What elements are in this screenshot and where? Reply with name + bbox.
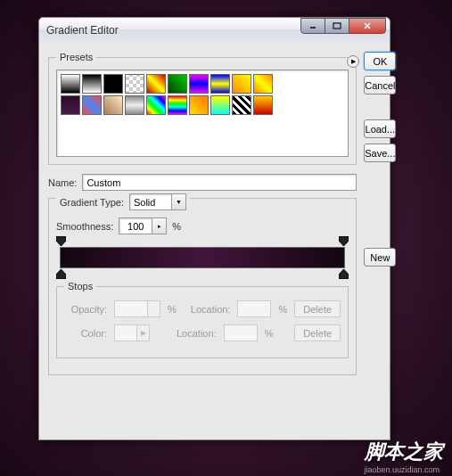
presets-fieldset: Presets ▶ — [48, 52, 357, 165]
preset-swatch[interactable] — [82, 95, 102, 115]
color-stop-left[interactable] — [56, 269, 66, 279]
gradient-bar-editor[interactable] — [56, 247, 349, 268]
preset-swatch[interactable] — [146, 74, 166, 94]
save-button[interactable]: Save... — [364, 144, 396, 162]
stops-legend: Stops — [64, 281, 96, 291]
preset-swatch[interactable] — [103, 95, 123, 115]
preset-swatch[interactable] — [61, 95, 80, 115]
stops-fieldset: Stops Opacity: % Location: % Delete Colo… — [56, 281, 349, 358]
dialog-buttons: OK Cancel Load... Save... New — [364, 52, 396, 384]
titlebar[interactable]: Gradient Editor — [39, 18, 390, 43]
gradient-type-select[interactable] — [129, 193, 172, 210]
opacity-label: Opacity: — [64, 304, 107, 315]
location-label: Location: — [177, 328, 217, 339]
dropdown-icon — [148, 300, 160, 317]
name-row: Name: — [48, 174, 357, 191]
svg-marker-6 — [56, 269, 66, 279]
preset-swatch[interactable] — [253, 95, 273, 115]
load-button[interactable]: Load... — [364, 119, 396, 138]
watermark-text: 脚本之家 — [365, 439, 443, 465]
window-title: Gradient Editor — [46, 24, 119, 37]
preset-swatch[interactable] — [253, 74, 273, 94]
svg-rect-1 — [333, 23, 341, 29]
preset-swatch[interactable] — [189, 74, 209, 94]
opacity-input — [114, 300, 148, 317]
dropdown-icon[interactable]: ▼ — [172, 193, 186, 210]
color-stop-row: Color: ▶ Location: % Delete — [64, 324, 341, 341]
opacity-stop-row: Opacity: % Location: % Delete — [64, 300, 341, 317]
preset-swatch[interactable] — [125, 74, 144, 94]
name-label: Name: — [48, 177, 77, 188]
cancel-button[interactable]: Cancel — [364, 76, 396, 94]
pct-label: % — [168, 304, 177, 315]
watermark-url: jiaoben.uuzidian.com — [364, 465, 440, 474]
color-swatch-input — [114, 324, 137, 341]
location-label: Location: — [191, 304, 231, 315]
delete-opacity-button: Delete — [294, 300, 341, 317]
new-button[interactable]: New — [364, 248, 396, 267]
window-controls — [301, 18, 386, 34]
color-location-input — [224, 324, 258, 341]
preset-swatch[interactable] — [125, 95, 144, 115]
preset-swatch[interactable] — [232, 95, 251, 115]
gradient-track[interactable] — [60, 247, 345, 268]
svg-marker-7 — [339, 269, 349, 279]
preset-swatch[interactable] — [82, 74, 102, 94]
presets-legend: Presets — [56, 52, 96, 62]
color-label: Color: — [64, 328, 107, 339]
gradient-details-fieldset: Gradient Type: ▼ Smoothness: ▸ % — [48, 198, 357, 375]
smoothness-unit: % — [172, 221, 181, 232]
name-input[interactable] — [82, 174, 357, 191]
preset-swatch[interactable] — [61, 74, 80, 94]
preset-swatch[interactable] — [168, 74, 187, 94]
ok-button[interactable]: OK — [364, 52, 396, 70]
minimize-button[interactable] — [300, 18, 325, 34]
maximize-button[interactable] — [325, 18, 349, 34]
smoothness-input[interactable] — [119, 217, 152, 234]
presets-menu-icon[interactable]: ▶ — [347, 55, 359, 68]
preset-swatch[interactable] — [210, 74, 230, 94]
play-icon: ▶ — [137, 324, 150, 341]
pct-label: % — [278, 304, 287, 315]
dropdown-icon[interactable]: ▸ — [152, 217, 167, 234]
preset-swatch[interactable] — [210, 95, 230, 115]
presets-grid — [56, 70, 349, 157]
svg-marker-4 — [56, 236, 66, 246]
preset-swatch[interactable] — [232, 74, 251, 94]
close-button[interactable] — [349, 18, 386, 34]
preset-swatch[interactable] — [146, 95, 166, 115]
svg-marker-5 — [339, 236, 349, 246]
preset-swatch[interactable] — [103, 74, 123, 94]
delete-color-button: Delete — [294, 324, 341, 341]
opacity-stop-right[interactable] — [339, 236, 349, 246]
gradient-editor-dialog: Gradient Editor Presets ▶ Name: Gradient… — [38, 17, 390, 440]
opacity-location-input — [237, 300, 271, 317]
pct-label: % — [265, 328, 274, 339]
preset-swatch[interactable] — [168, 95, 187, 115]
color-stop-right[interactable] — [339, 269, 349, 279]
gradient-type-label: Gradient Type: — [60, 197, 124, 208]
smoothness-label: Smoothness: — [56, 221, 113, 232]
opacity-stop-left[interactable] — [56, 236, 66, 246]
preset-swatch[interactable] — [189, 95, 209, 115]
